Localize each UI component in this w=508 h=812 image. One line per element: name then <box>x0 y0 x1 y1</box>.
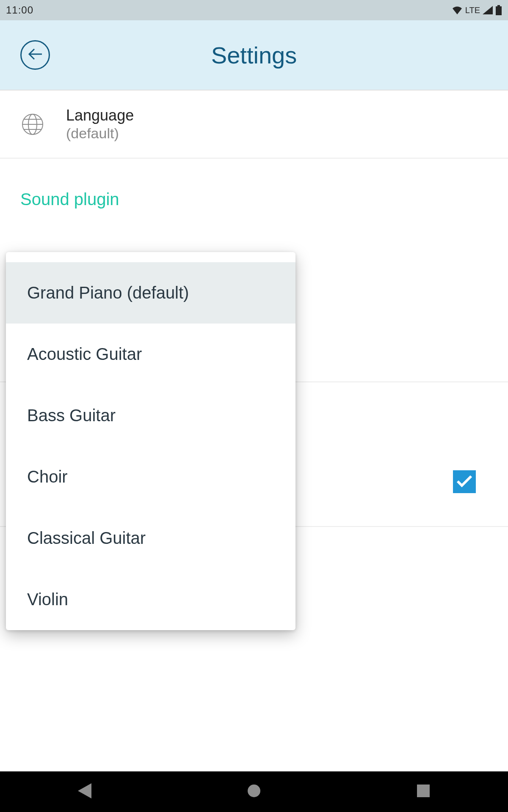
globe-icon <box>20 113 45 136</box>
svg-rect-1 <box>496 6 502 15</box>
language-row[interactable]: Language (default) <box>0 91 508 158</box>
dropdown-option-bass-guitar[interactable]: Bass Guitar <box>6 385 295 446</box>
sound-plugin-dropdown[interactable]: Grand Piano (default) Acoustic Guitar Ba… <box>6 252 295 630</box>
svg-rect-0 <box>497 5 500 6</box>
section-sound-plugin: Sound plugin <box>0 159 508 221</box>
app-bar: Settings <box>0 20 508 91</box>
dropdown-option-acoustic-guitar[interactable]: Acoustic Guitar <box>6 324 295 385</box>
language-title: Language <box>66 107 488 124</box>
language-value: (default) <box>66 125 488 142</box>
status-time: 11:00 <box>6 4 33 16</box>
check-icon <box>456 474 473 490</box>
status-bar: 11:00 LTE <box>0 0 508 20</box>
svg-rect-9 <box>417 785 430 797</box>
arrow-left-icon <box>28 48 43 62</box>
dropdown-option-choir[interactable]: Choir <box>6 446 295 508</box>
nav-home-button[interactable] <box>244 782 264 802</box>
status-indicators: LTE <box>452 5 502 15</box>
battery-icon <box>495 5 502 15</box>
circle-home-icon <box>247 784 261 800</box>
dropdown-option-violin[interactable]: Violin <box>6 569 295 630</box>
dropdown-option-grand-piano[interactable]: Grand Piano (default) <box>6 262 295 324</box>
svg-point-8 <box>248 785 260 797</box>
nav-back-button[interactable] <box>75 782 95 802</box>
network-label: LTE <box>465 5 480 15</box>
triangle-back-icon <box>78 783 91 800</box>
dropdown-option-classical-guitar[interactable]: Classical Guitar <box>6 508 295 569</box>
wifi-icon <box>452 6 463 14</box>
back-button[interactable] <box>20 40 50 70</box>
nav-recent-button[interactable] <box>413 782 433 802</box>
signal-icon <box>483 6 493 14</box>
checkbox-enabled[interactable] <box>453 470 476 493</box>
square-recent-icon <box>417 785 430 799</box>
page-title: Settings <box>0 41 508 69</box>
system-nav-bar <box>0 771 508 812</box>
